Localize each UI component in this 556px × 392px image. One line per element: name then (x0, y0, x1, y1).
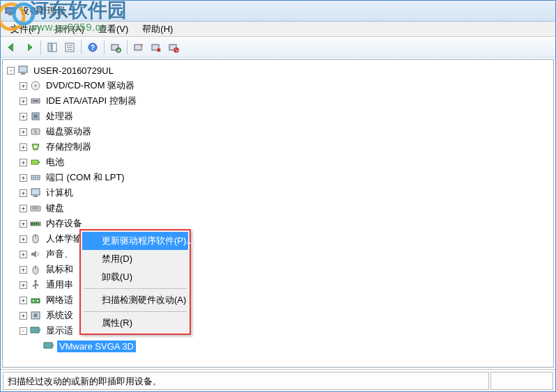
expander-icon[interactable]: + (20, 266, 27, 274)
expander-icon[interactable]: + (20, 312, 27, 320)
tree-category[interactable]: +DVD/CD-ROM 驱动器 (4, 78, 552, 93)
update-driver-button[interactable] (130, 39, 147, 56)
tree-device-selected[interactable]: VMware SVGA 3D (4, 338, 552, 354)
cm-update-driver[interactable]: 更新驱动程序软件(P)... (82, 232, 188, 250)
tree-category[interactable]: +处理器 (4, 109, 552, 124)
keyboard-icon (30, 203, 41, 214)
expander-icon[interactable]: + (20, 128, 27, 136)
category-label: 计算机 (44, 186, 75, 200)
device-tree[interactable]: - USER-20160729UL +DVD/CD-ROM 驱动器+IDE AT… (2, 59, 554, 368)
title-text: 设备管理器 (20, 5, 65, 17)
category-label: 处理器 (44, 109, 75, 123)
disable-button[interactable] (165, 39, 182, 56)
forward-button[interactable] (21, 39, 38, 56)
svg-rect-10 (111, 45, 118, 50)
help-button[interactable]: ? (84, 39, 101, 56)
svg-rect-3 (52, 43, 56, 52)
svg-point-33 (37, 177, 38, 178)
category-label: 显示适 (44, 324, 75, 338)
display-adapter-icon (43, 340, 54, 352)
expander-icon[interactable]: + (20, 174, 27, 182)
tree-category[interactable]: +存储控制器 (4, 139, 552, 155)
back-button[interactable] (3, 39, 20, 56)
menu-action[interactable]: 操作(A) (47, 22, 91, 37)
svg-point-32 (35, 177, 36, 178)
expander-icon[interactable]: + (20, 143, 27, 151)
svg-point-26 (34, 130, 38, 134)
expander-icon[interactable]: + (20, 220, 27, 228)
context-menu: 更新驱动程序软件(P)... 禁用(D) 卸载(U) 扫描检测硬件改动(A) 属… (79, 229, 191, 335)
svg-rect-29 (38, 162, 40, 163)
cm-properties[interactable]: 属性(R) (82, 314, 188, 332)
root-label: USER-20160729UL (31, 65, 116, 77)
category-label: 存储控制器 (44, 140, 93, 154)
svg-rect-41 (33, 223, 35, 225)
svg-rect-24 (33, 114, 38, 118)
port-icon (30, 172, 41, 183)
expander-icon[interactable]: + (20, 159, 27, 166)
cm-disable[interactable]: 禁用(D) (82, 250, 188, 268)
system-icon (30, 310, 41, 321)
menubar: 文件(F) 操作(A) 查看(V) 帮助(H) (1, 22, 555, 37)
cm-separator (84, 311, 187, 312)
tree-category[interactable]: +端口 (COM 和 LPT) (4, 170, 552, 185)
properties-button[interactable] (61, 39, 78, 56)
svg-rect-0 (6, 8, 15, 13)
tree-category[interactable]: +计算机 (4, 185, 552, 201)
tree-category[interactable]: +IDE ATA/ATAPI 控制器 (4, 93, 552, 109)
expander-icon[interactable]: + (20, 97, 27, 105)
category-label: 电池 (44, 155, 66, 169)
expander-icon[interactable]: + (20, 281, 27, 289)
expander-icon[interactable]: - (20, 327, 27, 335)
expander-icon[interactable]: - (7, 67, 15, 75)
category-label: 鼠标和 (44, 262, 75, 276)
scan-hardware-button[interactable] (107, 39, 124, 56)
svg-rect-22 (33, 100, 38, 102)
menu-view[interactable]: 查看(V) (91, 22, 135, 37)
svg-rect-60 (52, 344, 54, 347)
expander-icon[interactable]: + (20, 297, 27, 304)
tree-root[interactable]: - USER-20160729UL (4, 63, 552, 78)
status-text: 扫描经过改动的或新的即插即用设备。 (3, 372, 489, 390)
tree-category[interactable]: +键盘 (4, 201, 552, 216)
category-label: 声音、 (44, 247, 75, 261)
category-label: 内存设备 (44, 217, 84, 230)
memory-icon (30, 218, 41, 229)
cm-scan[interactable]: 扫描检测硬件改动(A) (82, 291, 188, 309)
hdd-icon (30, 126, 41, 137)
menu-help[interactable]: 帮助(H) (135, 22, 180, 37)
show-hide-button[interactable] (44, 39, 61, 56)
expander-icon[interactable]: + (20, 235, 27, 243)
svg-rect-34 (31, 189, 40, 195)
expander-icon[interactable]: + (20, 189, 27, 197)
uninstall-button[interactable] (148, 39, 164, 56)
expander-icon[interactable]: + (20, 205, 27, 212)
expander-icon[interactable]: + (20, 251, 27, 258)
category-label: IDE ATA/ATAPI 控制器 (44, 94, 139, 108)
status-cell-empty (491, 372, 553, 390)
svg-point-56 (33, 313, 38, 317)
cm-separator (84, 288, 187, 289)
battery-icon (30, 157, 41, 168)
cm-uninstall[interactable]: 卸载(U) (82, 268, 188, 286)
menu-file[interactable]: 文件(F) (3, 22, 47, 37)
svg-rect-18 (21, 73, 25, 75)
expander-icon[interactable]: + (20, 113, 27, 120)
cpu-icon (30, 111, 41, 122)
statusbar: 扫描经过改动的或新的即插即用设备。 (1, 369, 555, 391)
titlebar[interactable]: 设备管理器 (1, 1, 555, 22)
svg-rect-35 (33, 196, 38, 197)
content-area: - USER-20160729UL +DVD/CD-ROM 驱动器+IDE AT… (1, 58, 555, 369)
expander-icon[interactable]: + (20, 82, 27, 90)
toolbar-separator (81, 40, 82, 54)
toolbar-separator (40, 40, 41, 54)
svg-rect-28 (31, 160, 38, 164)
svg-point-31 (33, 177, 34, 178)
display-icon (30, 325, 41, 336)
tree-category[interactable]: +电池 (4, 155, 552, 170)
tree-category[interactable]: +磁盘驱动器 (4, 124, 552, 139)
disc-icon (30, 80, 41, 91)
toolbar-separator (104, 40, 105, 54)
category-label: DVD/CD-ROM 驱动器 (44, 79, 137, 93)
svg-text:?: ? (91, 44, 95, 52)
